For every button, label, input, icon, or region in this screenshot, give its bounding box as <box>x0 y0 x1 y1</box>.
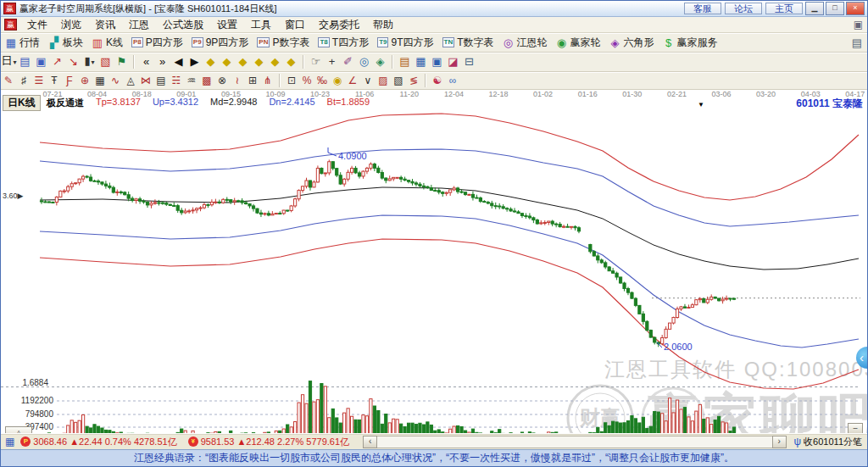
toolbar-item-六角形[interactable]: ◈六角形 <box>605 36 659 50</box>
menu-item[interactable]: 公式选股 <box>156 18 210 32</box>
overlay-icon[interactable]: ▧ <box>97 53 114 70</box>
calculator-icon[interactable]: ▦ <box>413 53 429 70</box>
annotate-tool-icon[interactable]: ✐ <box>340 53 356 70</box>
draw-tool-icon[interactable]: ▧ <box>391 73 406 88</box>
toolbar-item-T数字表[interactable]: TNT数字表 <box>438 36 498 50</box>
titlebar-button-2[interactable]: 主页 <box>765 3 803 14</box>
draw-tool-icon[interactable]: ≶ <box>406 73 421 88</box>
horizontal-scrollbar[interactable]: ‹ › <box>363 436 786 448</box>
draw-tool-icon[interactable]: ☰ <box>31 73 47 88</box>
menu-item[interactable]: 文件 <box>20 18 54 32</box>
zoom-diamond-4-icon[interactable]: ◆ <box>251 53 267 70</box>
close-button[interactable]: × <box>846 2 865 15</box>
draw-tool-icon[interactable]: ◬ <box>123 73 138 88</box>
menu-item[interactable]: 浏览 <box>54 18 88 32</box>
draw-tool-icon[interactable]: Ŧ <box>47 73 62 88</box>
draw-tool-icon[interactable]: ⋔ <box>260 73 275 88</box>
draw-tool-icon[interactable]: Ƒ <box>62 73 77 88</box>
scroll-left-button[interactable]: ‹ <box>363 436 377 448</box>
draw-tool-icon[interactable]: % <box>299 73 314 88</box>
skip-end-icon[interactable]: » <box>154 53 170 70</box>
pattern-tool-icon[interactable]: ◈ <box>372 53 388 70</box>
toolbar-item-行情[interactable]: ▦行情 <box>1 36 44 50</box>
crosshair-tool-icon[interactable]: + <box>324 53 340 70</box>
skip-start-icon[interactable]: « <box>138 53 154 70</box>
draw-tool-icon[interactable]: ≀ <box>230 73 245 88</box>
volume-expand-button[interactable]: △ <box>5 426 32 433</box>
toolbar-item-9T四方形[interactable]: T99T四方形 <box>373 36 437 50</box>
toolbar-item-板块[interactable]: ▞板块 <box>44 36 87 50</box>
draw-tool-icon[interactable]: ♒ <box>184 73 199 88</box>
toolbar-item-T四方形[interactable]: T8T四方形 <box>314 36 373 50</box>
zoom-diamond-1-icon[interactable]: ◆ <box>203 53 219 70</box>
scroll-right-button[interactable]: › <box>772 436 787 448</box>
draw-tool-icon[interactable]: ✎ <box>1 73 16 88</box>
draw-tool-icon[interactable]: ⊡ <box>284 73 299 88</box>
draw-tool-icon[interactable]: ♯ <box>16 73 31 88</box>
draw-tool-icon[interactable]: ⋈ <box>138 73 153 88</box>
menu-right-icon[interactable]: ▣ <box>854 19 863 31</box>
indicator-values: 极反通道Tp=3.8137Up=3.4312Md=2.9948Dn=2.4145… <box>47 97 370 109</box>
menu-item[interactable]: 资讯 <box>88 18 122 32</box>
trend-down-icon[interactable]: ↘ <box>65 53 81 70</box>
maximize-button[interactable]: □ <box>826 2 844 15</box>
menu-item[interactable]: 交易委托 <box>312 18 366 32</box>
prev-bar-icon[interactable]: ◀ <box>170 53 186 70</box>
save-icon[interactable]: ◪ <box>445 53 461 70</box>
index-quote: 3068.46 ▲22.44 0.74% 4278.51亿 <box>33 436 176 448</box>
draw-tool-icon[interactable]: ‰ <box>314 73 330 88</box>
draw-tool-icon[interactable]: ☵ <box>169 73 184 88</box>
flag-icon[interactable]: ⚑ <box>114 53 130 70</box>
window-layout-icon[interactable]: ▤ <box>17 53 33 70</box>
period-tab[interactable]: 日K线 <box>3 95 41 111</box>
toolbar-item-赢家轮[interactable]: ◉赢家轮 <box>552 36 605 50</box>
menu-item[interactable]: 设置 <box>210 18 244 32</box>
candle-style-dropdown[interactable]: ▮▾ <box>81 53 97 71</box>
draw-tool-icon[interactable]: ∨ <box>360 73 376 88</box>
scroll-track[interactable] <box>377 436 771 448</box>
draw-tool-icon[interactable]: ▦ <box>92 73 108 88</box>
draw-tool-icon[interactable]: ◉ <box>330 73 345 88</box>
toolbar-item-K线[interactable]: ▥K线 <box>87 36 127 50</box>
draw-tool-icon[interactable]: ⊕ <box>77 73 92 88</box>
menu-item[interactable]: 江恩 <box>122 18 156 32</box>
toolbar-item-赢家服务[interactable]: $赢家服务 <box>659 36 722 50</box>
zoom-diamond-5-icon[interactable]: ◆ <box>267 53 283 70</box>
draw-tool-icon[interactable]: ∠ <box>345 73 360 88</box>
board-icon[interactable]: ▣ <box>33 53 49 70</box>
titlebar-button-1[interactable]: 论坛 <box>725 3 762 14</box>
9P四方形-icon: P9 <box>192 37 203 47</box>
toolbar-item-江恩轮[interactable]: ◎江恩轮 <box>498 36 552 50</box>
draw-tool-icon[interactable]: ▩ <box>199 73 214 88</box>
calendar-icon[interactable]: ▤ <box>397 53 413 70</box>
draw-tool-icon[interactable]: ∿ <box>108 73 123 88</box>
menu-item[interactable]: 帮助 <box>366 18 400 32</box>
toolbar-item-P四方形[interactable]: P8P四方形 <box>127 36 187 50</box>
hand-tool-icon[interactable]: ☞ <box>308 53 324 70</box>
draw-tool-icon[interactable]: ⊞ <box>245 73 260 88</box>
volume-collapse-button[interactable]: – <box>848 423 863 433</box>
zoom-diamond-6-icon[interactable]: ◆ <box>283 53 299 70</box>
measure-tool-icon[interactable]: ◎ <box>356 53 372 70</box>
trend-up-icon[interactable]: ↗ <box>49 53 65 70</box>
toolbar-right-icon[interactable]: ▤ <box>852 36 862 49</box>
toolbar-item-P数字表[interactable]: PNP数字表 <box>253 36 314 50</box>
menu-item[interactable]: 窗口 <box>278 18 312 32</box>
market-table-icon[interactable]: ▦ <box>5 436 14 448</box>
notes-icon[interactable]: ▣ <box>429 53 445 70</box>
draw-tool-icon[interactable]: ∞ <box>445 73 460 88</box>
draw-tool-icon[interactable]: ⊗ <box>214 73 230 88</box>
draw-tool-icon[interactable]: ☯ <box>430 73 445 88</box>
minimize-button[interactable]: ▁ <box>805 2 824 15</box>
zoom-diamond-3-icon[interactable]: ◆ <box>235 53 251 70</box>
toolbar-item-9P四方形[interactable]: P99P四方形 <box>187 36 253 50</box>
kline-chart[interactable]: 江恩工具软件 QQ:100800360财赢赢家聊吧119220079480039… <box>1 90 867 433</box>
zoom-diamond-2-icon[interactable]: ◆ <box>219 53 235 70</box>
menu-item[interactable]: 工具 <box>244 18 278 32</box>
draw-tool-icon[interactable]: ▨ <box>376 73 391 88</box>
data-transfer-icon[interactable]: ⊟ <box>461 53 477 70</box>
titlebar-button-0[interactable]: 客服 <box>684 3 721 14</box>
period-day-dropdown[interactable]: 日▾ <box>1 53 17 71</box>
draw-tool-icon[interactable]: ▤ <box>153 73 169 88</box>
next-bar-icon[interactable]: ▶ <box>186 53 203 70</box>
